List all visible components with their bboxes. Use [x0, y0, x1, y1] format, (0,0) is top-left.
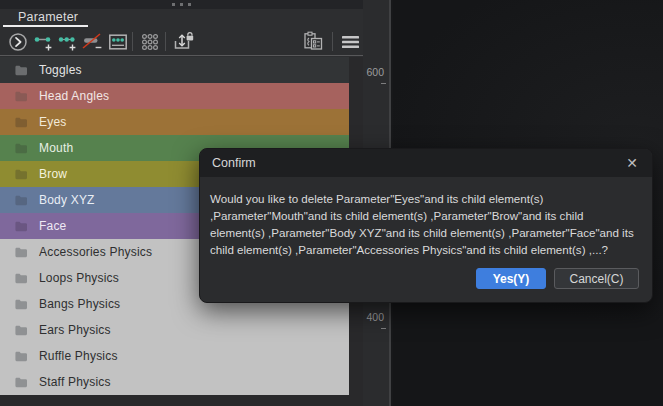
list-item-label: Body XYZ — [39, 193, 95, 207]
folder-icon — [14, 194, 28, 206]
list-item-label: Mouth — [39, 141, 73, 155]
list-item-head-angles[interactable]: Head Angles — [0, 83, 349, 109]
yes-button[interactable]: Yes(Y) — [476, 268, 546, 289]
expand-circle-icon[interactable] — [6, 30, 30, 53]
panel-tab-bar: Parameter — [0, 9, 363, 27]
list-item-staff-physics[interactable]: Staff Physics — [0, 369, 349, 395]
list-item-label: Ears Physics — [39, 323, 111, 337]
list-item-ruffle-physics[interactable]: Ruffle Physics — [0, 343, 349, 369]
list-item-label: Ruffle Physics — [39, 349, 118, 363]
parameter-toolbar — [0, 27, 363, 56]
folder-icon — [14, 246, 28, 258]
dialog-message-line: Would you like to delete Parameter"Eyes"… — [210, 190, 642, 207]
dialog-title: Confirm — [212, 156, 256, 170]
dialog-message-line: element(s) ,Parameter"Body XYZ"and its c… — [210, 224, 642, 241]
cancel-button[interactable]: Cancel(C) — [554, 268, 639, 289]
drag-handle-icon[interactable] — [172, 3, 191, 6]
folder-icon — [14, 220, 28, 232]
list-item-ears-physics[interactable]: Ears Physics — [0, 317, 349, 343]
menu-icon[interactable] — [338, 30, 362, 53]
toolbar-separator — [132, 32, 133, 51]
list-bottom-strip — [0, 395, 349, 406]
folder-icon — [14, 168, 28, 180]
dialog-message-line: ,Parameter"Mouth"and its child element(s… — [210, 207, 642, 224]
app-window: Parameter — [0, 0, 663, 406]
confirm-dialog: Confirm ✕ Would you like to delete Param… — [199, 148, 653, 303]
list-item-label: Brow — [39, 167, 67, 181]
add-two-keyform-icon[interactable] — [31, 30, 55, 53]
list-item-label: Eyes — [39, 115, 66, 129]
folder-icon — [14, 376, 28, 388]
keyform-box-icon[interactable] — [106, 30, 130, 53]
list-item-label: Loops Physics — [39, 271, 119, 285]
ruler-tick-mark — [381, 83, 386, 84]
folder-icon — [14, 324, 28, 336]
folder-icon — [14, 350, 28, 362]
close-icon[interactable]: ✕ — [624, 155, 640, 171]
delete-keyform-icon[interactable] — [80, 30, 104, 53]
list-item-label: Accessories Physics — [39, 245, 152, 259]
folder-icon — [14, 116, 28, 128]
list-item-label: Bangs Physics — [39, 297, 120, 311]
toolbar-separator — [165, 32, 166, 51]
toolbar-separator — [332, 32, 333, 51]
ruler-tick-600: 600 — [366, 66, 384, 78]
ruler-tick-mark — [381, 328, 386, 329]
folder-icon — [14, 272, 28, 284]
lock-fit-icon[interactable] — [171, 30, 195, 53]
list-item-label: Face — [39, 219, 66, 233]
dialog-message-line: child element(s) ,Parameter"Accessories … — [210, 241, 642, 258]
list-item-label: Staff Physics — [39, 375, 111, 389]
list-item-eyes[interactable]: Eyes — [0, 109, 349, 135]
keyform-grid-icon[interactable] — [138, 30, 162, 53]
ruler-tick-400: 400 — [366, 311, 384, 323]
dialog-message: Would you like to delete Parameter"Eyes"… — [200, 177, 652, 258]
folder-icon — [14, 142, 28, 154]
folder-icon — [14, 90, 28, 102]
list-item-toggles[interactable]: Toggles — [0, 57, 349, 83]
add-three-keyform-icon[interactable] — [55, 30, 79, 53]
confirm-dialog-titlebar: Confirm ✕ — [200, 149, 652, 177]
tab-parameter[interactable]: Parameter — [18, 10, 78, 24]
clipboard-settings-icon[interactable] — [301, 30, 325, 53]
panel-top-strip — [0, 0, 363, 9]
list-item-label: Toggles — [39, 63, 82, 77]
list-item-label: Head Angles — [39, 89, 109, 103]
dialog-button-bar: Yes(Y) Cancel(C) — [476, 268, 639, 289]
folder-icon — [14, 64, 28, 76]
folder-icon — [14, 298, 28, 310]
